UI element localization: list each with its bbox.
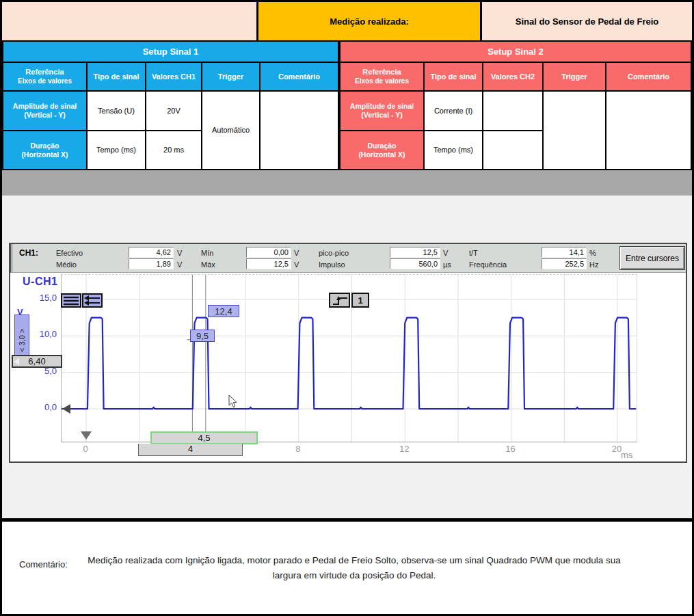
- row2-ref-label: Duração: [30, 142, 59, 150]
- readout-label-picopico: pico-pico: [319, 249, 349, 257]
- readout-label-efectivo: Efectivo: [56, 249, 83, 257]
- header-row: Medição realizada: Sinal do Sensor de Pe…: [2, 2, 692, 40]
- readout-value-picopico: 12,5: [390, 247, 440, 258]
- plot-title: U-CH1: [23, 276, 57, 288]
- setup2-row2-ref: Duração (Horizontal X): [341, 131, 423, 169]
- x-tick-label: 8: [284, 444, 312, 454]
- report-page: Medição realizada: Sinal do Sensor de Pe…: [0, 0, 694, 616]
- row1-ref-sublabel: (Vertical - Y): [24, 111, 66, 120]
- readout-value-medio: 1,89: [129, 258, 174, 269]
- cursor-value-tag-top[interactable]: 12,4: [208, 305, 239, 317]
- cursor-value-tag-bottom[interactable]: 9,5: [190, 330, 215, 342]
- setup1-title: Setup Sinal 1: [3, 42, 338, 62]
- setup1-comentario-value: [261, 92, 338, 169]
- setup2-col-tipo: Tipo de sinal: [425, 63, 482, 90]
- channel-lines-icon[interactable]: [61, 293, 81, 308]
- setup-signal-2-table: Setup Sinal 2 Referência Eixos de valore…: [339, 40, 692, 170]
- y-tick-label: 5,0: [25, 366, 57, 376]
- ground-level-marker[interactable]: [62, 404, 70, 414]
- row2-ref-sublabel: (Horizontal X): [358, 150, 405, 159]
- readout-unit-medio: V: [177, 260, 182, 269]
- readout-unit-efectivo: V: [177, 249, 182, 257]
- setup1-row1-ref: Amplitude de sinal (Vertical - Y): [3, 92, 86, 130]
- readout-label-freq: Frequência: [469, 260, 507, 269]
- cursor-time-box-a[interactable]: 4: [138, 444, 243, 456]
- setup2-col-referencia: Referência Eixos de valores: [341, 63, 423, 90]
- setup2-row1-tipo: Corrente (I): [425, 92, 482, 130]
- waveform-trace: [62, 318, 636, 409]
- measurement-label: Medição realizada:: [258, 2, 480, 40]
- setup1-trigger-value: Automático: [202, 92, 259, 169]
- setup1-col-trigger: Trigger: [202, 63, 259, 90]
- channel-arrows-icon[interactable]: [82, 293, 103, 308]
- x-tick-label: 20: [603, 444, 630, 454]
- col-ref-sublabel: Eixos de valores: [18, 77, 72, 85]
- setup2-row2-tipo: Tempo (ms): [425, 131, 482, 169]
- comment-text: Medição realizada com Ignição ligada, mo…: [81, 553, 628, 583]
- setup1-col-tipo: Tipo de sinal: [88, 63, 145, 90]
- readout-label-min: Mín: [201, 249, 213, 257]
- readout-unit-impulso: µs: [443, 260, 451, 269]
- readout-value-max: 12,5: [246, 258, 291, 269]
- row2-ref-label: Duração: [367, 142, 396, 150]
- setup2-comentario-value: [606, 92, 691, 169]
- setup2-row1-ref: Amplitude de sinal (Vertical - Y): [341, 92, 423, 130]
- readout-value-efectivo: 4,62: [129, 247, 174, 258]
- row2-ref-sublabel: (Horizontal X): [21, 150, 68, 159]
- comment-section: Comentário: Medição realizada com Igniçã…: [2, 522, 692, 614]
- readout-value-min: 0,00: [246, 247, 291, 258]
- setup-signal-1-table: Setup Sinal 1 Referência Eixos de valore…: [2, 40, 339, 170]
- readout-label-medio: Médio: [56, 260, 77, 269]
- entre-cursores-button[interactable]: Entre cursores: [619, 246, 685, 270]
- setup1-col-valores: Valores CH1: [146, 63, 201, 90]
- setup1-row2-ref: Duração (Horizontal X): [3, 131, 86, 169]
- trigger-channel-number: 1: [358, 295, 362, 306]
- trigger-channel-button[interactable]: 1: [351, 293, 369, 308]
- oscilloscope-widget: CH1: Efectivo Médio 4,62 1,89 V V Mín Má…: [9, 243, 687, 463]
- setup1-col-comentario: Comentário: [261, 63, 338, 90]
- readout-unit-tT: %: [589, 249, 596, 257]
- measurement-value: Sinal do Sensor de Pedal de Freio: [482, 2, 692, 40]
- readout-value-impulso: 560,0: [390, 258, 440, 269]
- setup2-trigger-value: [544, 92, 605, 169]
- setup1-row2-valor: 20 ms: [146, 131, 201, 169]
- setup2-col-valores: Valores CH2: [483, 63, 542, 90]
- setup-tables: Setup Sinal 1 Referência Eixos de valore…: [2, 40, 692, 170]
- readout-unit-min: V: [294, 249, 299, 257]
- readout-value-freq: 252,5: [542, 258, 587, 269]
- readout-label-tT: t/T: [469, 249, 478, 257]
- y-tick-label: 0,0: [25, 402, 57, 412]
- trigger-edge-icon[interactable]: [329, 293, 350, 308]
- setup2-col-comentario: Comentário: [606, 63, 691, 90]
- col-ref-label: Referência: [362, 68, 401, 77]
- trigger-controls: 1: [329, 293, 369, 308]
- readout-unit-freq: Hz: [589, 260, 598, 269]
- setup2-title: Setup Sinal 2: [341, 42, 691, 62]
- scope-readout-bar: CH1: Efectivo Médio 4,62 1,89 V V Mín Má…: [10, 244, 686, 273]
- col-ref-sublabel: Eixos de valores: [355, 77, 409, 85]
- comment-label: Comentário:: [19, 559, 68, 570]
- setup2-col-trigger: Trigger: [544, 63, 605, 90]
- header-empty-cell: [2, 2, 256, 40]
- row1-ref-label: Amplitude de sinal: [13, 102, 77, 111]
- trigger-time-marker[interactable]: [81, 431, 92, 440]
- readout-unit-picopico: V: [443, 249, 448, 257]
- row1-ref-sublabel: (Vertical - Y): [361, 111, 403, 120]
- y-tick-label: 15,0: [25, 293, 57, 303]
- channel-label: CH1:: [19, 248, 38, 258]
- readout-unit-max: V: [294, 260, 299, 269]
- setup1-row2-tipo: Tempo (ms): [88, 131, 145, 169]
- channel-display-controls: [61, 293, 103, 308]
- x-tick-label: 0: [72, 444, 99, 454]
- cursor-time-box-b[interactable]: 4,5: [150, 431, 258, 444]
- col-ref-label: Referência: [25, 68, 64, 77]
- y-tick-label: 10,0: [25, 329, 57, 339]
- setup2-row1-valor: [483, 92, 542, 130]
- readout-value-tT: 14,1: [542, 247, 587, 258]
- setup1-col-referencia: Referência Eixos de valores: [3, 63, 86, 90]
- x-tick-label: 16: [497, 444, 524, 454]
- readout-label-impulso: Impulso: [319, 260, 345, 269]
- readout-label-max: Máx: [201, 260, 215, 269]
- setup2-row2-valor: [483, 131, 542, 169]
- setup1-row1-tipo: Tensão (U): [88, 92, 145, 130]
